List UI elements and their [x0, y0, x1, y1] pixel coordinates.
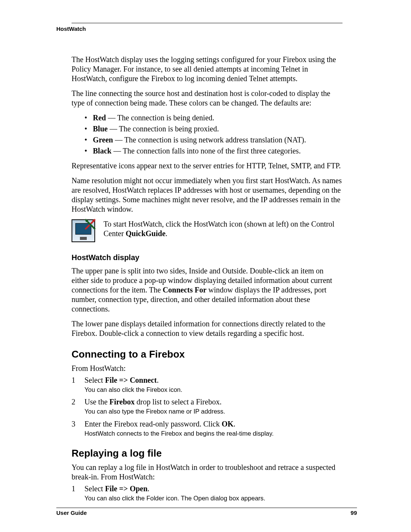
step-note: You can also click the Folder icon. The …: [84, 494, 342, 502]
page-number: 99: [350, 510, 357, 516]
step-number: 2: [72, 397, 75, 407]
list-item: Black — The connection falls into none o…: [84, 146, 342, 156]
quickguide-label: QuickGuide: [126, 229, 165, 238]
running-head: HostWatch: [56, 26, 342, 32]
footer-left: User Guide: [56, 510, 87, 516]
text: .: [157, 376, 159, 384]
subheading-hostwatch-display: HostWatch display: [72, 253, 342, 262]
body-text: The HostWatch display uses the logging s…: [72, 55, 342, 502]
page-footer: User Guide 99: [56, 508, 357, 516]
paragraph: The upper pane is split into two sides, …: [72, 266, 342, 314]
menu-file: File: [105, 376, 119, 384]
color-label: Black: [93, 147, 112, 155]
steps-replay: 1 Select File => Open. You can also clic…: [72, 484, 342, 502]
text: Use the: [84, 398, 110, 406]
step-item: 1 Select File => Connect. You can also c…: [72, 375, 342, 394]
step-item: 3 Enter the Firebox read-only password. …: [72, 419, 342, 438]
bullet-text: — The connection is using network addres…: [113, 136, 306, 144]
paragraph: From HostWatch:: [72, 364, 342, 373]
icon-paragraph: To start HostWatch, click the HostWatch …: [104, 219, 342, 238]
step-number: 1: [72, 375, 75, 385]
icon-callout: To start HostWatch, click the HostWatch …: [72, 219, 342, 244]
bullet-text: — The connection is being proxied.: [108, 125, 219, 133]
text: .: [148, 484, 150, 493]
color-label: Blue: [93, 125, 108, 133]
step-item: 2 Use the Firebox drop list to select a …: [72, 397, 342, 415]
firebox-label: Firebox: [110, 398, 135, 406]
header-rule: [72, 23, 342, 23]
color-bullet-list: Red — The connection is being denied. Bl…: [84, 113, 342, 156]
color-label: Green: [93, 136, 113, 144]
page: HostWatch The HostWatch display uses the…: [0, 0, 411, 532]
ok-label: OK: [221, 420, 233, 428]
heading-connecting-to-firebox: Connecting to a Firebox: [72, 348, 342, 361]
paragraph: You can replay a log file in HostWatch i…: [72, 463, 342, 482]
text: drop list to select a Firebox.: [135, 398, 221, 406]
paragraph: Name resolution might not occur immediat…: [72, 176, 342, 214]
arrow-icon: =>: [119, 484, 128, 493]
footer-rule: [56, 508, 357, 508]
arrow-icon: =>: [119, 376, 128, 384]
bullet-text: — The connection is being denied.: [106, 113, 214, 122]
menu-connect: Connect: [128, 376, 157, 384]
menu-file: File: [105, 484, 119, 493]
paragraph: The line connecting the source host and …: [72, 89, 342, 108]
text: .: [234, 420, 236, 428]
menu-open: Open: [128, 484, 148, 493]
list-item: Green — The connection is using network …: [84, 135, 342, 145]
text: .: [166, 229, 167, 238]
text: Enter the Firebox read-only password. Cl…: [84, 420, 221, 428]
list-item: Blue — The connection is being proxied.: [84, 124, 342, 134]
step-item: 1 Select File => Open. You can also clic…: [72, 484, 342, 502]
step-number: 3: [72, 419, 75, 429]
step-note: You can also click the Firebox icon.: [84, 386, 342, 394]
paragraph: Representative icons appear next to the …: [72, 161, 342, 171]
hostwatch-icon: [72, 219, 95, 242]
text: Select: [84, 484, 105, 493]
text: Select: [84, 376, 105, 384]
paragraph: The HostWatch display uses the logging s…: [72, 55, 342, 83]
list-item: Red — The connection is being denied.: [84, 113, 342, 123]
step-note: You can also type the Firebox name or IP…: [84, 407, 342, 415]
step-number: 1: [72, 484, 75, 494]
connects-for-label: Connects For: [163, 286, 207, 294]
color-label: Red: [93, 113, 106, 122]
heading-replaying-log-file: Replaying a log file: [72, 447, 342, 460]
steps-connect: 1 Select File => Connect. You can also c…: [72, 375, 342, 438]
bullet-text: — The connection falls into none of the …: [112, 147, 301, 155]
paragraph: The lower pane displays detailed informa…: [72, 319, 342, 338]
step-note: HostWatch connects to the Firebox and be…: [84, 430, 342, 438]
